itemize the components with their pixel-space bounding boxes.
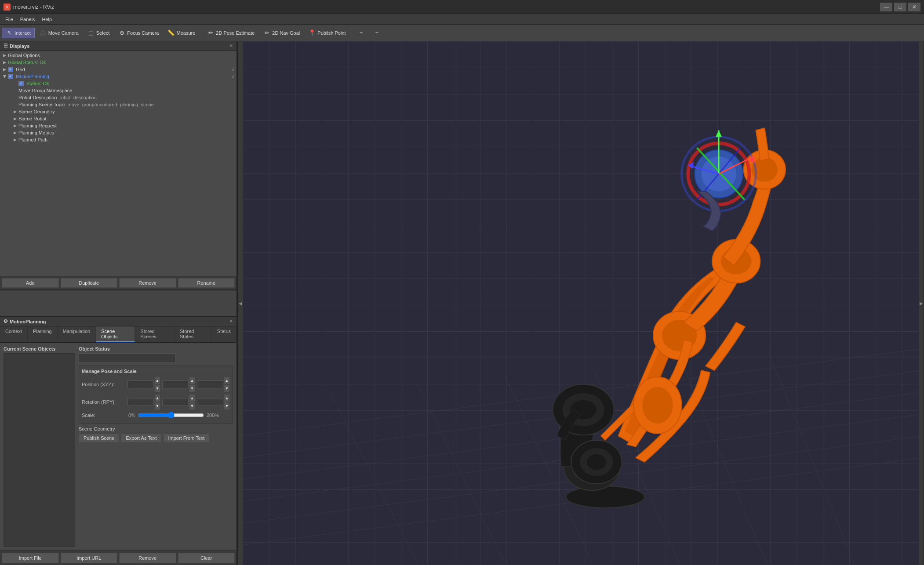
- rot-y-down[interactable]: ▼: [224, 402, 230, 410]
- display-item-grid[interactable]: Grid ✓: [0, 66, 236, 73]
- export-as-text-button[interactable]: Export As Text: [121, 433, 161, 443]
- minimize-button[interactable]: —: [880, 3, 892, 11]
- pos-x-up[interactable]: ▲: [154, 377, 160, 384]
- expand-scene-geo[interactable]: [12, 109, 18, 114]
- toolbar-plus-button[interactable]: +: [354, 28, 369, 38]
- move-camera-label: Move Camera: [48, 30, 79, 36]
- interact-button[interactable]: ↖ Interact: [2, 28, 35, 38]
- rot-y-up[interactable]: ▲: [224, 394, 230, 402]
- svg-line-11: [767, 348, 854, 563]
- measure-button[interactable]: 📏 Measure: [164, 28, 199, 38]
- rot-r-down[interactable]: ▼: [154, 402, 160, 410]
- move-camera-button[interactable]: 🎥 Move Camera: [36, 28, 83, 38]
- rot-p-up[interactable]: ▲: [189, 394, 195, 402]
- display-item-planning-metrics[interactable]: Planning Metrics: [0, 129, 236, 136]
- display-item-motion-planning[interactable]: MotionPlanning ✓: [0, 73, 236, 80]
- nav-goal-button[interactable]: ✏ 2D Nav Goal: [259, 28, 304, 38]
- menu-file[interactable]: File: [2, 16, 17, 23]
- robot-svg: [243, 41, 924, 565]
- expand-planning-req[interactable]: [12, 123, 18, 128]
- expand-scene-robot[interactable]: [12, 116, 18, 121]
- menu-help[interactable]: Help: [38, 16, 55, 23]
- maximize-button[interactable]: □: [894, 3, 906, 11]
- display-item-scene-robot[interactable]: Scene Robot: [0, 115, 236, 122]
- remove-display-button[interactable]: Remove: [119, 278, 176, 288]
- scale-row: Scale: 0% 200%: [82, 412, 230, 419]
- expand-planning-metrics[interactable]: [12, 130, 18, 135]
- rename-display-button[interactable]: Rename: [178, 278, 235, 288]
- toolbar-minus-button[interactable]: −: [370, 28, 385, 38]
- nav-goal-label: 2D Nav Goal: [272, 30, 300, 36]
- select-button[interactable]: ⬚ Select: [84, 28, 114, 38]
- motion-planning-checkbox[interactable]: [8, 74, 13, 79]
- menu-panels[interactable]: Panels: [17, 16, 39, 23]
- close-button[interactable]: ✕: [908, 3, 920, 11]
- move-group-ns-label: Move Group Namespace: [18, 88, 72, 93]
- position-y-input[interactable]: 0.00: [162, 380, 189, 388]
- display-item-scene-geo[interactable]: Scene Geometry: [0, 108, 236, 115]
- position-z-input[interactable]: 0.00: [197, 380, 223, 388]
- display-item-status: Status: Ok: [0, 80, 236, 87]
- pos-y-up[interactable]: ▲: [189, 377, 195, 384]
- expand-global-options[interactable]: [2, 53, 7, 58]
- pos-y-down[interactable]: ▼: [189, 384, 195, 392]
- remove-object-button[interactable]: Remove: [119, 553, 176, 563]
- rot-p-down[interactable]: ▼: [189, 402, 195, 410]
- pos-z-down[interactable]: ▼: [224, 384, 230, 392]
- rotation-r-input[interactable]: 0.00: [127, 398, 154, 406]
- clear-button[interactable]: Clear: [178, 553, 235, 563]
- display-item-global-options[interactable]: Global Options: [0, 52, 236, 59]
- displays-title: ☰ Displays: [4, 43, 29, 49]
- 3d-viewport[interactable]: ▶: [243, 41, 924, 565]
- tab-manipulation[interactable]: Manipulation: [58, 326, 96, 342]
- publish-point-button[interactable]: 📍 Publish Point: [305, 28, 349, 38]
- manage-pose-group: Manage Pose and Scale Position (XYZ): 0.…: [79, 366, 233, 424]
- scene-objects-right-panel: Object Status Manage Pose and Scale Posi…: [79, 346, 233, 547]
- import-url-button[interactable]: Import URL: [61, 553, 118, 563]
- current-scene-label: Current Scene Objects: [4, 346, 75, 351]
- duplicate-display-button[interactable]: Duplicate: [61, 278, 118, 288]
- display-item-planned-path[interactable]: Planned Path: [0, 136, 236, 143]
- rotation-y-input[interactable]: 0.00: [197, 398, 223, 406]
- expand-grid[interactable]: [2, 67, 7, 72]
- pos-x-down[interactable]: ▼: [154, 384, 160, 392]
- rotation-p-input[interactable]: 0.00: [162, 398, 189, 406]
- displays-label: Displays: [10, 43, 29, 49]
- display-item-global-status[interactable]: Global Status: Ok: [0, 59, 236, 66]
- display-item-planning-req[interactable]: Planning Request: [0, 122, 236, 129]
- import-file-button[interactable]: Import File: [2, 553, 59, 563]
- tab-context[interactable]: Context: [0, 326, 28, 342]
- position-x-input[interactable]: 0.00: [127, 380, 154, 388]
- right-panel-collapse[interactable]: ▶: [919, 41, 924, 565]
- grid-label: Grid: [16, 67, 25, 72]
- expand-motion-planning[interactable]: [2, 74, 7, 79]
- tab-scene-objects[interactable]: Scene Objects: [96, 326, 135, 342]
- toolbar-separator-1: [201, 28, 201, 38]
- tab-stored-states[interactable]: Stored States: [175, 326, 212, 342]
- status-ok-label: Status: Ok: [26, 81, 49, 86]
- tab-planning[interactable]: Planning: [28, 326, 58, 342]
- svg-line-7: [417, 384, 505, 563]
- panel-collapse-handle[interactable]: ◀: [237, 41, 243, 565]
- focus-camera-button[interactable]: ⊕ Focus Camera: [114, 28, 163, 38]
- add-display-button[interactable]: Add: [2, 278, 59, 288]
- object-status-input[interactable]: [79, 353, 175, 363]
- grid-checkbox[interactable]: [8, 67, 13, 72]
- scale-slider[interactable]: [138, 412, 204, 419]
- focus-camera-label: Focus Camera: [127, 30, 159, 36]
- expand-planned-path[interactable]: [12, 137, 18, 142]
- pos-z-up[interactable]: ▲: [224, 377, 230, 384]
- status-checkbox[interactable]: [18, 81, 24, 86]
- tab-stored-scenes[interactable]: Stored Scenes: [135, 326, 175, 342]
- tab-status[interactable]: Status: [212, 326, 236, 342]
- scene-geometry-buttons: Publish Scene Export As Text Import From…: [79, 433, 233, 443]
- grid-check-mark: ✓: [231, 67, 235, 72]
- motion-planning-header: ⚙ MotionPlanning ✕: [0, 317, 236, 326]
- expand-global-status[interactable]: [2, 60, 7, 65]
- import-from-text-button[interactable]: Import From Text: [163, 433, 209, 443]
- publish-scene-button[interactable]: Publish Scene: [79, 433, 119, 443]
- menubar: File Panels Help: [0, 14, 924, 25]
- rot-r-up[interactable]: ▲: [154, 394, 160, 402]
- pose-estimate-button[interactable]: ✏ 2D Pose Estimate: [203, 28, 258, 38]
- rotation-row: Rotation (RPY): 0.00 ▲ ▼ 0.00: [82, 394, 230, 410]
